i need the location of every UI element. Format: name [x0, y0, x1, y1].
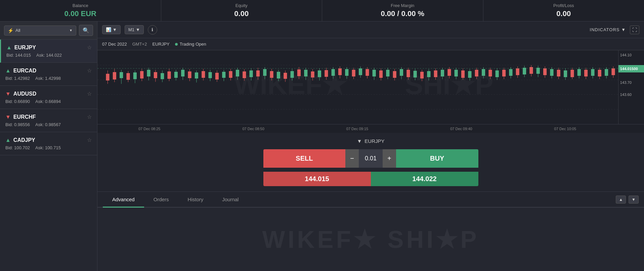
instrument-item[interactable]: ▼ EURCHF ☆ Bid: 0.98556 Ask: 0.98567 — [0, 109, 97, 132]
svg-rect-133 — [536, 68, 540, 74]
tab-scroll-down-button[interactable]: ▼ — [629, 196, 639, 204]
instrument-name: EURCAD — [13, 68, 36, 74]
svg-rect-155 — [611, 68, 615, 75]
svg-rect-77 — [345, 69, 348, 76]
balance-label: Balance — [73, 3, 88, 8]
instrument-top: ▲ EURCAD ☆ — [5, 67, 92, 74]
instrument-name-row: ▼ AUDUSD — [5, 91, 36, 97]
svg-rect-59 — [284, 73, 287, 79]
chart-area: 📊 ▼ M1 ▼ ℹ INDICATORS ▼ ⛶ 07 Dec 2022 GM… — [97, 21, 644, 271]
svg-rect-149 — [591, 69, 594, 76]
main-layout: ⚡ All ▼ 🔍 ▲ EURJPY ☆ Bid: 144.015 Ask: 1… — [0, 21, 644, 271]
fullscreen-button[interactable]: ⛶ — [630, 25, 639, 34]
star-icon[interactable]: ☆ — [87, 91, 92, 97]
indicators-button[interactable]: INDICATORS ▼ — [590, 27, 626, 32]
qty-increase-button[interactable]: + — [383, 149, 396, 168]
tab-orders[interactable]: Orders — [144, 192, 178, 207]
info-button[interactable]: ℹ — [148, 25, 157, 35]
time-tick: 07 Dec 10:05 — [513, 127, 617, 131]
trend-icon: ▲ — [5, 137, 11, 143]
profit-loss-section: Profit/Loss 0.00 — [483, 0, 644, 21]
star-icon[interactable]: ☆ — [87, 114, 92, 120]
instrument-name-row: ▼ EURCHF — [5, 114, 36, 120]
star-icon[interactable]: ☆ — [87, 44, 92, 51]
svg-rect-13 — [126, 73, 130, 80]
symbol-dropdown[interactable]: ▼ EURJPY — [357, 138, 384, 144]
free-margin-value: 0.00 / 0.00 % — [381, 9, 424, 18]
free-margin-section: Free Margin 0.00 / 0.00 % — [322, 0, 483, 21]
svg-rect-156 — [618, 50, 644, 124]
sell-price: 144.015 — [263, 172, 371, 186]
svg-rect-23 — [161, 73, 164, 79]
svg-rect-49 — [250, 70, 253, 77]
svg-rect-53 — [263, 69, 266, 76]
svg-rect-17 — [140, 71, 143, 78]
indicators-chevron: ▼ — [621, 27, 626, 32]
bid-label: Bid: 100.702 — [5, 145, 30, 150]
svg-rect-75 — [338, 68, 342, 75]
svg-rect-39 — [215, 73, 219, 79]
svg-rect-137 — [550, 69, 553, 76]
prices-row: 144.015 144.022 — [263, 172, 478, 186]
time-tick: 07 Dec 08:50 — [201, 127, 305, 131]
trade-controls: SELL − 0.01 + BUY — [263, 149, 478, 168]
svg-rect-15 — [133, 72, 137, 79]
svg-rect-109 — [455, 70, 458, 76]
chart-toolbar: 📊 ▼ M1 ▼ ℹ INDICATORS ▼ ⛶ — [97, 21, 644, 38]
svg-rect-123 — [502, 70, 506, 76]
star-icon[interactable]: ☆ — [87, 137, 92, 143]
svg-text:144.10: 144.10 — [620, 53, 632, 57]
svg-rect-113 — [468, 71, 471, 78]
chart-type-button[interactable]: 📊 ▼ — [102, 25, 121, 34]
buy-price: 144.022 — [371, 172, 478, 186]
buy-button[interactable]: BUY — [396, 149, 478, 168]
svg-rect-55 — [270, 71, 273, 78]
instrument-name-row: ▲ CADJPY — [5, 137, 35, 143]
chart-date: 07 Dec 2022 — [102, 42, 127, 47]
qty-decrease-button[interactable]: − — [345, 149, 359, 168]
svg-rect-73 — [332, 69, 335, 76]
tab-journal[interactable]: Journal — [213, 192, 248, 207]
svg-text:144.01500: 144.01500 — [620, 67, 638, 71]
instrument-top: ▲ EURJPY ☆ — [6, 44, 92, 51]
svg-rect-85 — [373, 70, 376, 76]
bid-label: Bid: 1.42982 — [5, 76, 30, 81]
svg-rect-35 — [202, 71, 205, 78]
svg-rect-111 — [461, 70, 465, 78]
instrument-name-row: ▲ EURCAD — [5, 68, 36, 74]
trading-status-text: Trading Open — [180, 42, 206, 47]
svg-rect-129 — [523, 68, 526, 74]
tab-scroll-up-button[interactable]: ▲ — [616, 196, 626, 204]
trend-icon: ▲ — [5, 68, 11, 74]
timeframe-button[interactable]: M1 ▼ — [125, 25, 144, 34]
tab-history[interactable]: History — [178, 192, 213, 207]
svg-rect-143 — [570, 70, 574, 77]
svg-rect-127 — [516, 68, 519, 75]
instrument-item[interactable]: ▲ CADJPY ☆ Bid: 100.702 Ask: 100.715 — [0, 132, 97, 155]
instrument-item[interactable]: ▲ EURJPY ☆ Bid: 144.015 Ask: 144.022 — [0, 40, 97, 63]
filter-button[interactable]: ⚡ All ▼ — [4, 25, 76, 36]
svg-rect-97 — [414, 71, 417, 77]
ask-label: Ask: 0.66894 — [35, 99, 61, 104]
svg-rect-93 — [400, 69, 403, 76]
bid-label: Bid: 0.98556 — [5, 122, 30, 127]
search-button[interactable]: 🔍 — [79, 25, 93, 36]
tab-advanced[interactable]: Advanced — [103, 192, 144, 207]
chart-symbol: EURJPY — [152, 42, 169, 47]
svg-rect-103 — [434, 70, 437, 77]
svg-rect-119 — [488, 70, 492, 76]
star-icon[interactable]: ☆ — [87, 67, 92, 74]
instrument-item[interactable]: ▼ AUDUSD ☆ Bid: 0.66890 Ask: 0.66894 — [0, 86, 97, 109]
svg-rect-107 — [447, 69, 451, 76]
balance-section: Balance 0.00 EUR — [0, 0, 161, 21]
svg-rect-141 — [564, 70, 567, 77]
svg-rect-101 — [427, 71, 430, 77]
svg-text:143.60: 143.60 — [620, 93, 632, 97]
svg-rect-37 — [208, 72, 212, 78]
svg-rect-145 — [577, 69, 581, 76]
instrument-item[interactable]: ▲ EURCAD ☆ Bid: 1.42982 Ask: 1.42998 — [0, 63, 97, 86]
svg-rect-63 — [297, 69, 301, 76]
profit-loss-label: Profit/Loss — [553, 3, 574, 8]
sell-button[interactable]: SELL — [263, 149, 346, 168]
chart-canvas: WIKEF★ SHI★P — [97, 50, 644, 124]
